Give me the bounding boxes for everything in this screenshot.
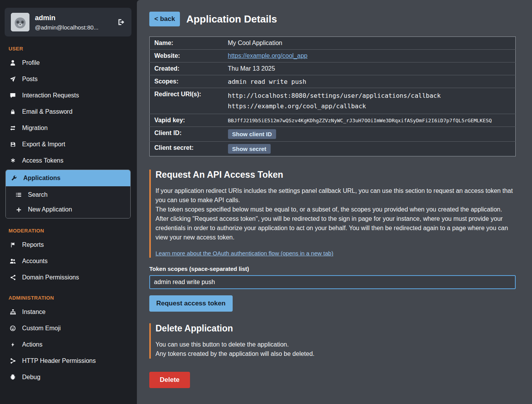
sidebar-item-label: Profile: [22, 59, 40, 66]
sidebar-item-custom-emoji[interactable]: Custom Emoji: [5, 320, 131, 336]
app-root: admin @admin@localhost:80... USERProfile…: [0, 0, 532, 404]
users-icon: [9, 258, 16, 264]
back-button[interactable]: < back: [149, 12, 180, 26]
detail-value-client-secret: Show secret: [223, 142, 516, 156]
table-row-vapid-key: Vapid key:BBJffJ219b5iE512m7wQSzv4KgKDhg…: [150, 114, 516, 127]
table-row-website: Website:https://example.org/cool_app: [150, 50, 516, 62]
flag-icon: [9, 242, 16, 248]
sidebar-item-instance[interactable]: Instance: [5, 304, 131, 320]
delete-section-paragraph: Any tokens created by the application wi…: [155, 349, 516, 359]
user-name: admin: [35, 14, 98, 22]
nav-section-label-moderation: MODERATION: [9, 228, 128, 234]
user-meta: admin @admin@localhost:80...: [35, 14, 98, 31]
sidebar-item-export-import[interactable]: Export & Import: [5, 136, 131, 153]
main-content: < back Application Details Name:My Cool …: [137, 0, 532, 404]
table-row-client-secret: Client secret:Show secret: [150, 142, 516, 156]
sidebar-item-label: Migration: [22, 125, 48, 132]
token-scopes-input[interactable]: [149, 275, 516, 289]
sidebar-item-applications[interactable]: Applications: [6, 170, 130, 186]
sidebar-item-label: Access Tokens: [22, 157, 63, 164]
bolt-icon: [9, 342, 16, 348]
show-client-id-button[interactable]: Show client ID: [228, 129, 276, 139]
sidebar-item-http-header-permissions[interactable]: HTTP Header Permissions: [5, 353, 131, 369]
lock-icon: [9, 109, 16, 115]
detail-value-created: Thu Mar 13 2025: [223, 62, 516, 75]
sidebar-nav: USERProfilePostsInteraction RequestsEmai…: [5, 46, 131, 385]
sidebar-item-label: Instance: [22, 309, 45, 316]
token-section-text: If your application redirect URIs includ…: [155, 186, 516, 242]
detail-label-client-secret: Client secret:: [150, 142, 223, 156]
sidebar-item-label: Debug: [22, 374, 40, 381]
delete-section-paragraph: You can use this button to delete the ap…: [155, 340, 516, 349]
sidebar: admin @admin@localhost:80... USERProfile…: [0, 0, 137, 404]
table-row-redirect-uri-s: Redirect URI(s):http://localhost:8080/se…: [150, 88, 516, 114]
send-icon: [9, 76, 16, 82]
user-handle: @admin@localhost:80...: [35, 24, 98, 31]
detail-label-name: Name:: [150, 37, 223, 50]
detail-value-name: My Cool Application: [223, 37, 516, 50]
delete-button[interactable]: Delete: [149, 372, 190, 388]
sidebar-item-label: HTTP Header Permissions: [22, 357, 96, 364]
detail-value-client-id: Show client ID: [223, 127, 516, 142]
avatar: [11, 13, 29, 31]
sidebar-item-search[interactable]: Search: [6, 187, 130, 202]
delete-section-title: Delete Application: [155, 323, 516, 334]
sidebar-item-label: Applications: [23, 175, 60, 182]
detail-label-website: Website:: [150, 50, 223, 62]
sidebar-item-email-password[interactable]: Email & Password: [5, 104, 131, 120]
request-token-button[interactable]: Request access token: [149, 295, 233, 312]
token-section-paragraph: If your application redirect URIs includ…: [155, 186, 516, 205]
sidebar-item-accounts[interactable]: Accounts: [5, 253, 131, 269]
sidebar-item-label: New Application: [28, 206, 72, 213]
application-details-table: Name:My Cool ApplicationWebsite:https://…: [149, 36, 516, 156]
token-section: Request An API Access Token If your appl…: [149, 170, 516, 258]
sidebar-item-label: Custom Emoji: [22, 325, 61, 332]
save-icon: [9, 141, 16, 147]
detail-value-redirect-uri-s: http://localhost:8080/settings/user/appl…: [223, 88, 516, 114]
sidebar-item-new-application[interactable]: New Application: [6, 202, 130, 217]
detail-value-scopes: admin read write push: [223, 75, 516, 88]
sidebar-item-interaction-requests[interactable]: Interaction Requests: [5, 87, 131, 104]
list-icon: [15, 192, 22, 198]
sidebar-item-access-tokens[interactable]: Access Tokens: [5, 153, 131, 169]
nav-section-label-administration: ADMINISTRATION: [9, 295, 128, 301]
comment-icon: [9, 92, 16, 99]
token-scopes-label: Token scopes (space-separated list): [149, 265, 516, 272]
wrench-icon: [10, 175, 17, 181]
sidebar-item-label: Email & Password: [22, 108, 73, 115]
sidebar-item-actions[interactable]: Actions: [5, 336, 131, 353]
exchange-icon: [9, 125, 16, 131]
sidebar-item-label: Domain Permissions: [22, 274, 79, 281]
detail-value-website: https://example.org/cool_app: [223, 50, 516, 62]
redirect-uri: https://example.org/cool_app/callback: [228, 101, 511, 111]
sidebar-item-debug[interactable]: Debug: [5, 369, 131, 385]
sidebar-item-reports[interactable]: Reports: [5, 237, 131, 253]
user-card[interactable]: admin @admin@localhost:80...: [5, 8, 131, 36]
website-link[interactable]: https://example.org/cool_app: [228, 52, 307, 59]
sign-out-icon[interactable]: [117, 18, 125, 26]
table-row-created: Created:Thu Mar 13 2025: [150, 62, 516, 75]
token-section-title: Request An API Access Token: [155, 170, 516, 180]
nav-section-label-user: USER: [9, 46, 128, 52]
sidebar-item-label: Actions: [22, 341, 42, 348]
page-header: < back Application Details: [149, 12, 516, 26]
table-row-name: Name:My Cool Application: [150, 37, 516, 50]
oauth-docs-link[interactable]: Learn more about the OAuth authenticatio…: [155, 250, 333, 257]
sidebar-item-domain-permissions[interactable]: Domain Permissions: [5, 269, 131, 286]
bug-icon: [9, 374, 16, 380]
sidebar-item-label: Reports: [22, 241, 44, 248]
redirect-uri: http://localhost:8080/settings/user/appl…: [228, 90, 511, 101]
detail-value-vapid-key: BBJffJ219b5iE512m7wQSzv4KgKDhgZZVzNyWC_r…: [223, 114, 516, 127]
delete-section-text: You can use this button to delete the ap…: [155, 340, 516, 359]
sidebar-item-posts[interactable]: Posts: [5, 71, 131, 87]
token-section-paragraph: The token scopes specified below must be…: [155, 205, 516, 214]
detail-label-client-id: Client ID:: [150, 127, 223, 142]
show-secret-button[interactable]: Show secret: [228, 144, 271, 154]
asterisk-icon: [9, 158, 16, 164]
table-row-scopes: Scopes:admin read write push: [150, 75, 516, 88]
sitemap-icon: [9, 309, 16, 315]
delete-section: Delete Application You can use this butt…: [149, 323, 516, 359]
sidebar-item-profile[interactable]: Profile: [5, 55, 131, 71]
user-icon: [9, 60, 16, 66]
sidebar-item-migration[interactable]: Migration: [5, 120, 131, 136]
